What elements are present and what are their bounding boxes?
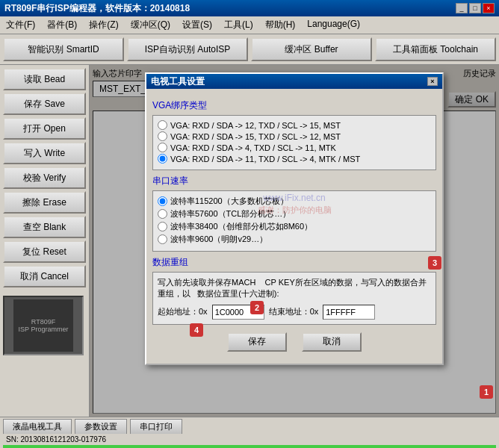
- vga-radio-1[interactable]: [158, 131, 167, 141]
- status-bar: 液晶电视工具 参数设置 串口打印 SN: 20130816121203-0179…: [0, 417, 499, 448]
- device-image: RT809FISP Programmer: [3, 296, 84, 355]
- baud-option-0: 波特率115200（大多数机芯板）: [158, 196, 431, 207]
- vga-radio-2[interactable]: [158, 143, 167, 152]
- badge-2: 2: [250, 301, 264, 314]
- menu-language[interactable]: Language(G): [304, 18, 363, 32]
- data-section: 写入前先读取并保存MACH CP KEY所在区域的数据，与写入的数据合并重组，以…: [152, 272, 436, 325]
- vga-label-1: VGA: RXD / SDA -> 15, TXD / SCL -> 12, M…: [170, 132, 341, 141]
- vga-option-2: VGA: RXD / SDA -> 4, TXD / SCL -> 11, MT…: [158, 143, 431, 152]
- menu-bar: 文件(F) 器件(B) 操作(Z) 缓冲区(Q) 设置(S) 工具(L) 帮助(…: [0, 16, 499, 34]
- tab-tv-tools[interactable]: 液晶电视工具: [3, 419, 72, 434]
- vga-option-1: VGA: RXD / SDA -> 15, TXD / SCL -> 12, M…: [158, 131, 431, 141]
- content-area: 读取 Bead 保存 Save 打开 Open 写入 Write 校验 Veri…: [0, 65, 499, 417]
- close-button[interactable]: ×: [483, 3, 495, 13]
- badge-4: 4: [190, 323, 203, 337]
- vga-option-0: VGA: RXD / SDA -> 12, TXD / SCL -> 15, M…: [158, 120, 431, 130]
- baud-option-1: 波特率57600（TCL部分机芯…）: [158, 208, 431, 220]
- erase-button[interactable]: 擦除 Erase: [3, 191, 86, 214]
- smart-id-button[interactable]: 智能识别 SmartID: [3, 37, 124, 61]
- start-addr-label: 起始地址：0x: [158, 306, 208, 317]
- vga-label-3: VGA: RXD / SDA -> 11, TXD / SCL -> 4, MT…: [170, 155, 360, 164]
- vga-label-2: VGA: RXD / SDA -> 4, TXD / SCL -> 11, MT…: [170, 143, 336, 152]
- app-title: RT809F串行ISP编程器，软件版本：20140818: [4, 2, 190, 15]
- baud-option-3: 波特率9600（明朗v29…）: [158, 234, 431, 245]
- progress-bar: [3, 445, 496, 448]
- modal-title-bar: 电视工具设置 ×: [146, 74, 442, 89]
- vga-label-0: VGA: RXD / SDA -> 12, TXD / SCL -> 15, M…: [170, 121, 341, 130]
- end-addr-input[interactable]: [323, 305, 375, 320]
- baud-label-3: 波特率9600（明朗v29…）: [170, 234, 267, 245]
- tab-params[interactable]: 参数设置: [75, 419, 127, 434]
- minimize-button[interactable]: _: [456, 3, 468, 13]
- data-section-label: 数据重组: [152, 256, 436, 269]
- end-addr-label: 结束地址：0x: [269, 306, 319, 317]
- menu-help[interactable]: 帮助(H): [262, 18, 299, 32]
- badge-1-container: 1: [480, 385, 493, 399]
- baud-radio-2[interactable]: [158, 222, 167, 231]
- modal-close-button[interactable]: ×: [427, 77, 438, 86]
- write-button[interactable]: 写入 Write: [3, 142, 86, 164]
- menu-tools[interactable]: 工具(L): [221, 18, 256, 32]
- baud-radio-1[interactable]: [158, 209, 167, 219]
- data-desc: 写入前先读取并保存MACH CP KEY所在区域的数据，与写入的数据合并重组，以…: [158, 277, 431, 300]
- baud-radio-3[interactable]: [158, 234, 167, 244]
- baud-label-2: 波特率38400（创维部分机芯如8M60）: [170, 221, 312, 232]
- addr-row: 起始地址：0x 结束地址：0x 3: [158, 305, 431, 320]
- vga-section: VGA: RXD / SDA -> 12, TXD / SCL -> 15, M…: [152, 115, 436, 170]
- tv-tools-dialog: 电视工具设置 × VGA绑序类型 VGA: RXD / SDA -> 12, T…: [145, 72, 444, 365]
- menu-buffer[interactable]: 缓冲区(Q): [128, 18, 173, 32]
- vga-radio-3[interactable]: [158, 154, 167, 164]
- modal-title: 电视工具设置: [151, 75, 205, 88]
- buffer-button[interactable]: 缓冲区 Buffer: [251, 37, 372, 61]
- modal-footer: 4 保存 取消: [152, 329, 436, 358]
- status-tabs: 液晶电视工具 参数设置 串口打印: [0, 417, 499, 434]
- baud-section: www.iFix.net.cn 感谢：防护你的电脑 波特率115200（大多数机…: [152, 190, 436, 252]
- baud-radio-0[interactable]: [158, 196, 167, 206]
- sidebar: 读取 Bead 保存 Save 打开 Open 写入 Write 校验 Veri…: [0, 65, 90, 417]
- title-bar: RT809F串行ISP编程器，软件版本：20140818 _ □ ×: [0, 0, 499, 16]
- status-sn: SN: 20130816121203-017976: [3, 435, 109, 444]
- modal-overlay: 电视工具设置 × VGA绑序类型 VGA: RXD / SDA -> 12, T…: [90, 65, 499, 417]
- vga-option-3: VGA: RXD / SDA -> 11, TXD / SCL -> 4, MT…: [158, 154, 431, 164]
- modal-save-button[interactable]: 保存: [227, 332, 287, 352]
- modal-cancel-button[interactable]: 取消: [302, 332, 362, 352]
- reset-button[interactable]: 复位 Reset: [3, 240, 86, 263]
- verify-button[interactable]: 校验 Verify: [3, 167, 86, 189]
- maximize-button[interactable]: □: [469, 3, 481, 13]
- vga-radio-0[interactable]: [158, 120, 167, 130]
- modal-body: VGA绑序类型 VGA: RXD / SDA -> 12, TXD / SCL …: [146, 89, 442, 364]
- menu-operate[interactable]: 操作(Z): [86, 18, 121, 32]
- app-window: RT809F串行ISP编程器，软件版本：20140818 _ □ × 文件(F)…: [0, 0, 499, 448]
- badge-1: 1: [480, 385, 493, 399]
- save-button[interactable]: 保存 Save: [3, 93, 86, 115]
- baud-label-0: 波特率115200（大多数机芯板）: [170, 196, 288, 207]
- baud-section-label: 串口速率: [152, 175, 436, 187]
- menu-file[interactable]: 文件(F): [3, 18, 38, 32]
- tab-serial-print[interactable]: 串口打印: [130, 419, 182, 434]
- toolchain-button[interactable]: 工具箱面板 Toolchain: [375, 37, 496, 61]
- menu-settings[interactable]: 设置(S): [179, 18, 215, 32]
- menu-device[interactable]: 器件(B): [44, 18, 80, 32]
- vga-section-label: VGA绑序类型: [152, 99, 436, 112]
- open-button[interactable]: 打开 Open: [3, 117, 86, 140]
- title-bar-buttons: _ □ ×: [456, 3, 495, 13]
- blank-button[interactable]: 查空 Blank: [3, 216, 86, 238]
- auto-isp-button[interactable]: ISP自动识别 AutoISP: [127, 37, 248, 61]
- right-panel: 输入芯片印字 MST_EXT_SPI#ISP 历史记录 确定 OK: [90, 65, 499, 417]
- top-toolbar: 智能识别 SmartID ISP自动识别 AutoISP 缓冲区 Buffer …: [0, 34, 499, 65]
- baud-option-2: 波特率38400（创维部分机芯如8M60）: [158, 221, 431, 232]
- cancel-button[interactable]: 取消 Cancel: [3, 265, 86, 287]
- badge-3: 3: [428, 256, 441, 270]
- baud-label-1: 波特率57600（TCL部分机芯…）: [170, 208, 291, 220]
- main-area: 智能识别 SmartID ISP自动识别 AutoISP 缓冲区 Buffer …: [0, 34, 499, 448]
- read-button[interactable]: 读取 Bead: [3, 68, 86, 90]
